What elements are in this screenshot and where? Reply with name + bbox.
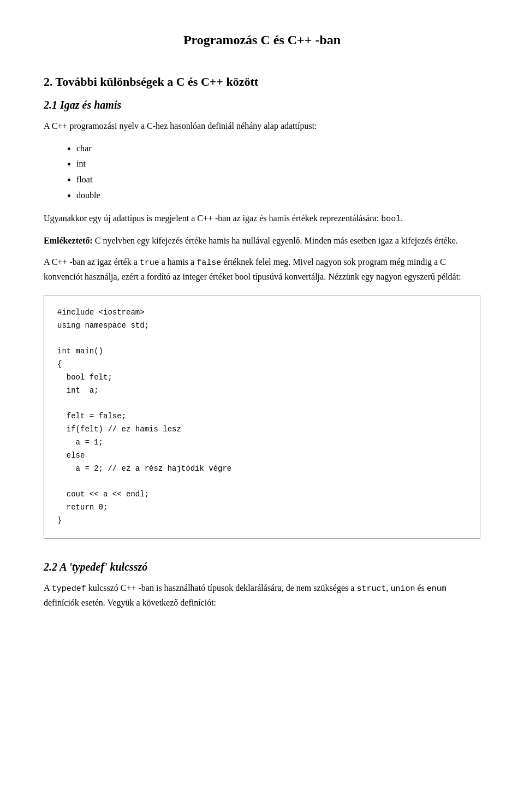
union-keyword: union xyxy=(390,584,415,594)
page-title: Programozás C és C++ -ban xyxy=(44,33,480,48)
true-keyword: true xyxy=(140,258,159,268)
typedef-para-a: A xyxy=(44,583,52,592)
code-example: #include <iostream> using namespace std;… xyxy=(44,295,480,539)
data-types-list: char int float double xyxy=(76,141,480,204)
list-item: char xyxy=(76,141,480,157)
typedef-es: és xyxy=(415,583,426,592)
bool-intro-text: Ugyanakkor egy új adattípus is megjelent… xyxy=(44,214,379,223)
list-item: double xyxy=(76,188,480,204)
typedef-para-end: definíciók esetén. Vegyük a következő de… xyxy=(44,598,216,607)
enum-keyword: enum xyxy=(427,584,446,594)
reminder-label: Emlékeztető: xyxy=(44,236,93,245)
section-2-heading: 2. További különbségek a C és C++ között xyxy=(44,75,480,89)
reminder-text: C nyelvben egy kifejezés értéke hamis ha… xyxy=(93,236,458,245)
typedef-paragraph: A typedef kulcsszó C++ -ban is használha… xyxy=(44,581,480,610)
list-item: int xyxy=(76,156,480,172)
typedef-para-mid: kulcsszó C++ -ban is használható típusok… xyxy=(86,583,357,592)
false-keyword: false xyxy=(196,258,221,268)
intro-paragraph: A C++ programozási nyelv a C-hez hasonló… xyxy=(44,119,480,133)
cpptrue-mid: a hamis a xyxy=(159,257,196,266)
list-item: float xyxy=(76,172,480,188)
bool-keyword: bool xyxy=(381,215,401,224)
reminder-paragraph: Emlékeztető: C nyelvben egy kifejezés ér… xyxy=(44,234,480,248)
subsection-2-1-heading: 2.1 Igaz és hamis xyxy=(44,99,480,111)
typedef-keyword: typedef xyxy=(52,584,86,594)
bool-paragraph: Ugyanakkor egy új adattípus is megjelent… xyxy=(44,211,480,226)
bool-period: . xyxy=(401,214,403,223)
struct-keyword: struct xyxy=(356,584,386,594)
cpptrue-intro: A C++ -ban az igaz érték a xyxy=(44,257,140,266)
subsection-2-2-heading: 2.2 A 'typedef' kulcsszó xyxy=(44,561,480,573)
cpptrue-paragraph: A C++ -ban az igaz érték a true a hamis … xyxy=(44,255,480,284)
